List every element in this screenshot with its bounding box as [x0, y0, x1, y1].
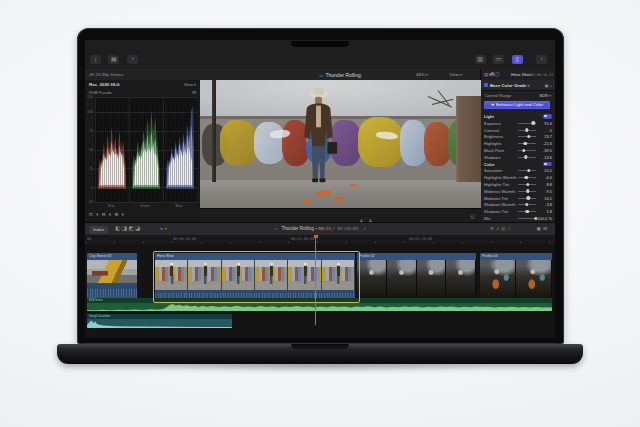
- snapping-icon[interactable]: ∩: [508, 226, 513, 231]
- chevron-down-icon: ▾: [528, 84, 530, 88]
- playhead[interactable]: [315, 235, 316, 325]
- scope-tick: 120: [85, 95, 93, 99]
- clip-name-label: Hero Shot: [155, 253, 355, 260]
- slider-row-highlights: Highlights -21.6: [481, 140, 555, 147]
- arrow-tool-icon: ▲: [159, 225, 164, 230]
- control-range-label: Control Range: [485, 93, 511, 98]
- scope-tick: 25: [85, 167, 93, 171]
- previous-project-arrow[interactable]: ‹: [275, 226, 277, 231]
- light-enable-badge[interactable]: [543, 114, 552, 119]
- slider-row-midtones-warmth: Midtones Warmth 9.5: [481, 188, 555, 195]
- fullscreen-icon[interactable]: ◱: [470, 213, 475, 219]
- chevron-down-icon: ▾: [549, 94, 551, 98]
- chevron-down-icon: ▾: [165, 227, 167, 231]
- transport-bar: ▶ 00:00:01:00 ◱: [200, 208, 481, 223]
- format-info: 4K 23.98p Stereo: [89, 72, 123, 77]
- blue-waveform: [163, 97, 196, 203]
- slider-row-midtones-tint: Midtones Tint 14.1: [481, 195, 555, 202]
- slider-row-black-point: Black Point -39.5: [481, 147, 555, 154]
- viewer-view-menu[interactable]: View ▾: [449, 72, 462, 77]
- info-inspector-icon[interactable]: ⓘ: [495, 72, 500, 77]
- timeline-duration: 01:54:01: [338, 226, 359, 231]
- light-section-row: Light: [481, 113, 555, 120]
- ruler-start-label: 00: [87, 237, 91, 241]
- share-icon[interactable]: ↑: [536, 55, 547, 64]
- tool-select-menu[interactable]: ▲ ▾: [159, 226, 167, 231]
- inspector-toggle-icon[interactable]: ▯: [512, 55, 523, 64]
- transitions-browser-icon[interactable]: ⊞: [543, 226, 549, 231]
- grade-add-icon[interactable]: +: [550, 83, 552, 88]
- scope-tick: -20: [85, 200, 93, 204]
- red-channel-label: Red: [95, 204, 127, 208]
- browser-toggle-icon[interactable]: ▥: [475, 55, 486, 64]
- scope-settings-icons[interactable]: ⊡ ▾ ⊟ ▾ ⊞ ▾: [89, 212, 125, 217]
- slider-row-exposure: Exposure 91.6: [481, 120, 555, 127]
- color-section-row: Color: [481, 161, 555, 168]
- slider-row-brightness: Brightness 23.7: [481, 133, 555, 140]
- ruler-tick-label: 00:00:30:00: [173, 237, 196, 241]
- import-media-icon[interactable]: ↓: [90, 55, 101, 64]
- monitor-icon: ▭: [319, 73, 323, 78]
- next-project-arrow[interactable]: ›: [364, 226, 366, 231]
- viewer-pane: ▶ 00:00:01:00 ◱: [200, 80, 481, 222]
- slider-row-mix: Mix 100.0 %: [481, 215, 555, 222]
- background-tasks-icon[interactable]: ◔: [127, 55, 138, 64]
- lid-scoop: [291, 344, 349, 350]
- slider-row-shadows: Shadows -13.6: [481, 154, 555, 161]
- control-range-menu[interactable]: SDR ▾: [539, 93, 551, 98]
- scope-grid-icon[interactable]: ⊞: [192, 90, 196, 95]
- clip-city-street-03[interactable]: City Street 03: [87, 253, 137, 299]
- clip-profile-02[interactable]: Profile 02: [357, 253, 476, 299]
- slider-row-shadows-warmth: Shadows Warmth -3.8: [481, 201, 555, 208]
- scope-tick: 100: [85, 110, 93, 114]
- clip-profile-04[interactable]: Profile 04: [480, 253, 552, 299]
- sparkle-icon: ★: [491, 102, 495, 107]
- timeline-toggle-icon[interactable]: ▭: [493, 55, 504, 64]
- brick-building: [456, 96, 481, 182]
- person-figure: [296, 86, 342, 196]
- index-button[interactable]: Index: [89, 226, 108, 234]
- clip-hero-shot[interactable]: Hero Shot: [155, 253, 355, 299]
- ruler-tick-label: 00:01:30:00: [409, 237, 432, 241]
- timeline-tracks: City Street 03 Hero Shot Profile 02: [85, 244, 555, 338]
- green-waveform: [129, 97, 162, 203]
- macbook-base: [57, 344, 583, 364]
- base-color-grade-row[interactable]: Base Color Grade ▾ ▣ +: [481, 80, 555, 91]
- audio-clip-riff-intro[interactable]: Riff Intro: [87, 298, 552, 311]
- grade-color-swatch: [484, 83, 488, 87]
- blue-channel-label: Blue: [163, 204, 195, 208]
- video-scopes-pane: Rec. 2020 HLG View ▾ RGB Parade ⊞ 120 10…: [85, 80, 201, 222]
- inspector-clip-name: Hero Shot: [511, 72, 531, 77]
- desktop-background: ↓ ▤ ◔ ▥ ▭ ▯ ↑ 4K 23.98p Stereo ▭Thunder …: [0, 0, 640, 427]
- chevron-down-icon: ▾: [426, 73, 428, 77]
- enhance-button[interactable]: ★ Enhance Light and Color: [484, 101, 550, 110]
- control-range-row: Control Range SDR ▾: [481, 91, 555, 99]
- viewer-title: ▭Thunder Rolling: [319, 72, 361, 78]
- grade-options-icon[interactable]: ▣: [544, 83, 548, 88]
- scope-view-menu[interactable]: View ▾: [184, 82, 196, 87]
- audio-clip-vinyl-crackle[interactable]: Vinyl Crackle: [87, 314, 232, 328]
- clip-name-label: Profile 04: [480, 253, 552, 260]
- overwrite-edit-icon[interactable]: ◪: [135, 225, 142, 231]
- color-enable-badge[interactable]: [543, 162, 552, 167]
- slider-row-saturation: Saturation 20.5: [481, 167, 555, 174]
- red-waveform: [95, 97, 128, 203]
- slider-row-contrast: Contrast 0: [481, 127, 555, 134]
- color-inspector-icon[interactable]: [489, 72, 495, 77]
- video-frame[interactable]: [200, 80, 481, 208]
- keyword-editor-icon[interactable]: ▤: [108, 55, 119, 64]
- slider-row-highlights-warmth: Highlights Warmth -6.0: [481, 174, 555, 181]
- clip-name-label: Profile 02: [357, 253, 476, 260]
- screen: ↓ ▤ ◔ ▥ ▭ ▯ ↑ 4K 23.98p Stereo ▭Thunder …: [85, 40, 555, 338]
- connect-edit-icon[interactable]: ◧: [115, 225, 122, 231]
- chevron-down-icon: ▾: [315, 227, 317, 231]
- slider-row-highlights-tint: Highlights Tint 8.8: [481, 181, 555, 188]
- scope-tick: 0: [85, 186, 93, 190]
- timeline-project-menu[interactable]: Thunder Rolling ▾: [281, 226, 317, 231]
- inspector-clip-duration: 00:00:10:23: [531, 73, 553, 77]
- scope-colorspace-label: Rec. 2020 HLG: [89, 82, 120, 87]
- green-channel-label: Green: [129, 204, 161, 208]
- macbook-lid: ↓ ▤ ◔ ▥ ▭ ▯ ↑ 4K 23.98p Stereo ▭Thunder …: [77, 28, 564, 344]
- viewer-zoom-menu[interactable]: 48% ▾: [416, 72, 428, 77]
- color-inspector-pane: ▤ⓘ Hero Shot 00:00:10:23 Base Color Grad…: [481, 69, 555, 222]
